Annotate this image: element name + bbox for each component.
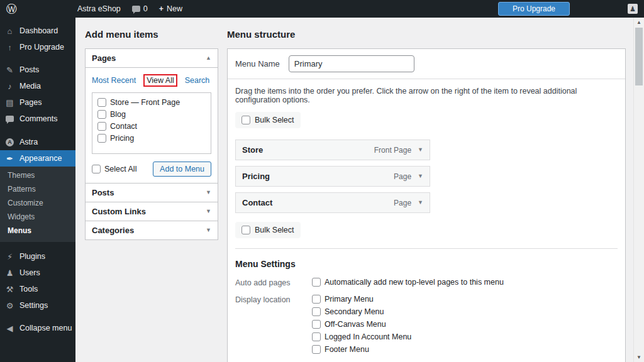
sidebar-item-pro-upgrade[interactable]: ↑ Pro Upgrade	[0, 39, 75, 55]
posts-icon: ✎	[5, 66, 14, 74]
chevron-down-icon[interactable]	[206, 190, 211, 195]
sidebar-item-dashboard[interactable]: ⌂ Dashboard	[0, 23, 75, 39]
sidebar-item-users[interactable]: ♟ Users	[0, 265, 75, 281]
wordpress-logo-icon[interactable]: Ⓦ	[6, 4, 17, 14]
sidebar-item-media[interactable]: ♪ Media	[0, 78, 75, 94]
comments-count: 0	[143, 4, 148, 13]
tab-search[interactable]: Search	[185, 76, 210, 85]
sidebar-item-label: Collapse menu	[19, 324, 72, 332]
page-checkbox-contact[interactable]	[97, 122, 106, 131]
plus-icon: +	[159, 4, 164, 13]
location-label: Off-Canvas Menu	[325, 320, 386, 329]
new-content-button[interactable]: + New	[159, 4, 182, 13]
sidebar-item-settings[interactable]: ⚙ Settings	[0, 297, 75, 314]
scrollbar-thumb[interactable]	[635, 28, 643, 85]
page-label: Contact	[110, 122, 137, 131]
submenu-item-themes[interactable]: Themes	[0, 168, 75, 182]
bulk-select-bottom[interactable]: Bulk Select	[235, 222, 301, 238]
page-checkbox-store[interactable]	[97, 98, 106, 107]
admin-bar-comments[interactable]: 0	[132, 4, 148, 13]
page-checkbox-row[interactable]: Contact	[97, 122, 206, 131]
location-footer-menu[interactable]: Footer Menu	[312, 345, 411, 354]
posts-panel-title: Posts	[92, 188, 114, 197]
submenu-item-patterns[interactable]: Patterns	[0, 182, 75, 196]
menu-item-pricing[interactable]: Pricing Page	[235, 166, 430, 187]
new-label: New	[167, 4, 182, 13]
scroll-up-arrow-icon[interactable]: ▲	[634, 18, 644, 27]
dashboard-icon: ⌂	[5, 27, 14, 35]
add-menu-items-column: Add menu items Pages Most Recent View Al…	[85, 25, 218, 240]
location-secondary-menu[interactable]: Secondary Menu	[312, 307, 411, 316]
page-checkbox-row[interactable]: Blog	[97, 110, 206, 119]
select-all-control[interactable]: Select All	[92, 165, 136, 173]
sidebar-item-appearance[interactable]: ✒ Appearance	[0, 150, 75, 167]
sidebar-item-label: Dashboard	[19, 26, 58, 35]
menu-item-contact[interactable]: Contact Page	[235, 192, 430, 213]
auto-add-pages-checkbox[interactable]	[312, 278, 321, 287]
location-label: Secondary Menu	[325, 307, 384, 316]
sidebar-item-collapse-menu[interactable]: ◀ Collapse menu	[0, 320, 75, 336]
expand-item-icon[interactable]	[418, 200, 423, 206]
pages-panel-actions: Select All Add to Menu	[92, 162, 211, 177]
bulk-select-top[interactable]: Bulk Select	[235, 112, 301, 128]
page-checkbox-pricing[interactable]	[97, 134, 106, 143]
chevron-up-icon[interactable]	[206, 55, 211, 61]
astra-icon: A	[5, 137, 14, 146]
chevron-down-icon[interactable]	[206, 228, 211, 233]
sidebar-item-astra[interactable]: A Astra	[0, 133, 75, 150]
location-logged-in-account-menu[interactable]: Logged In Account Menu	[312, 332, 411, 341]
scroll-down-arrow-icon[interactable]: ▼	[634, 353, 644, 362]
custom-links-panel-header[interactable]: Custom Links	[86, 202, 218, 221]
submenu-item-menus[interactable]: Menus	[0, 224, 75, 238]
add-to-menu-button[interactable]: Add to Menu	[153, 162, 211, 177]
expand-item-icon[interactable]	[418, 147, 423, 153]
tab-view-all[interactable]: View All	[147, 76, 174, 85]
location-footer-menu-checkbox[interactable]	[312, 345, 321, 354]
page-checkbox-blog[interactable]	[97, 110, 106, 119]
submenu-item-customize[interactable]: Customize	[0, 196, 75, 210]
expand-item-icon[interactable]	[418, 173, 423, 179]
categories-panel-header[interactable]: Categories	[86, 221, 218, 239]
select-all-checkbox[interactable]	[92, 165, 101, 173]
menu-name-input[interactable]	[289, 55, 414, 72]
location-off-canvas-menu-checkbox[interactable]	[312, 320, 321, 329]
location-primary-menu-checkbox[interactable]	[312, 295, 321, 304]
menu-item-store[interactable]: Store Front Page	[235, 140, 430, 160]
menu-settings-title: Menu Settings	[235, 259, 618, 269]
site-name-link[interactable]: Astra eShop	[77, 4, 121, 13]
page-checkbox-row[interactable]: Pricing	[97, 134, 206, 143]
location-off-canvas-menu[interactable]: Off-Canvas Menu	[312, 320, 411, 329]
chevron-down-icon[interactable]	[206, 209, 211, 214]
pro-upgrade-button[interactable]: Pro Upgrade	[498, 2, 570, 16]
auto-add-pages-row: Auto add pages Automatically add new top…	[235, 278, 618, 287]
pages-checklist: Store — Front Page Blog Contact Pricing	[92, 92, 211, 154]
page-label: Store — Front Page	[110, 98, 180, 107]
bulk-select-top-checkbox[interactable]	[242, 116, 250, 124]
auto-add-pages-checkbox-label: Automatically add new top-level pages to…	[325, 278, 504, 287]
tab-most-recent[interactable]: Most Recent	[92, 76, 136, 85]
menu-item-title: Pricing	[242, 172, 270, 181]
sidebar-item-tools[interactable]: ⚒ Tools	[0, 281, 75, 297]
bulk-select-bottom-checkbox[interactable]	[242, 226, 250, 234]
sidebar-item-comments[interactable]: Comments	[0, 111, 75, 127]
menu-items-list: Store Front Page Pricing Page	[235, 140, 618, 213]
menus-admin-page: Add menu items Pages Most Recent View Al…	[75, 18, 633, 362]
location-logged-in-account-menu-checkbox[interactable]	[312, 332, 321, 341]
users-icon: ♟	[5, 269, 14, 277]
menu-item-title: Store	[242, 145, 263, 155]
pages-panel-header[interactable]: Pages	[86, 49, 218, 67]
auto-add-pages-control[interactable]: Automatically add new top-level pages to…	[312, 278, 504, 287]
select-all-label: Select All	[104, 165, 136, 173]
page-checkbox-row[interactable]: Store — Front Page	[97, 98, 206, 107]
sidebar-item-posts[interactable]: ✎ Posts	[0, 62, 75, 78]
sidebar-item-plugins[interactable]: ⚡ Plugins	[0, 248, 75, 265]
submenu-item-widgets[interactable]: Widgets	[0, 210, 75, 224]
posts-panel-header[interactable]: Posts	[86, 184, 218, 202]
location-secondary-menu-checkbox[interactable]	[312, 307, 321, 316]
user-avatar[interactable]: ♟	[628, 4, 638, 14]
location-primary-menu[interactable]: Primary Menu	[312, 295, 411, 304]
menu-structure-title: Menu structure	[227, 29, 626, 40]
sidebar-item-pages[interactable]: ▤ Pages	[0, 94, 75, 111]
menu-edit-panel: Menu Name Drag the items into the order …	[227, 48, 626, 362]
vertical-scrollbar[interactable]: ▲ ▼	[633, 18, 644, 362]
